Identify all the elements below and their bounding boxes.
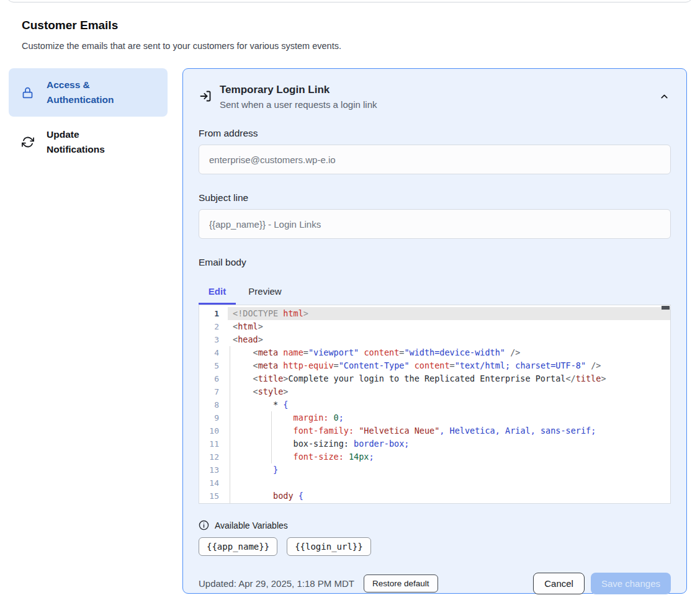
email-body-tabs: Edit Preview [199,282,671,303]
from-address-label: From address [199,128,671,139]
indent-guide [271,411,272,463]
line-number: 8 [199,398,228,411]
code-line-content: <html> [228,320,670,333]
email-settings-panel: Temporary Login Link Sent when a user re… [182,68,687,594]
page: Customer Emails Customize the emails tha… [0,0,700,608]
sidebar-item-access-authentication[interactable]: Access & Authentication [9,68,168,117]
code-line-content [228,476,670,490]
code-line-content: } [228,463,670,476]
panel-footer: Updated: Apr 29, 2025, 1:18 PM MDT Resto… [199,573,671,594]
editor-scrollbar-thumb[interactable] [662,306,670,310]
line-number: 14 [199,476,228,490]
code-line-content: <meta name="viewport" content="width=dev… [228,346,670,359]
code-line[interactable]: 15 body { [199,490,670,503]
line-number: 13 [199,463,228,476]
code-editor[interactable]: 1<!DOCTYPE html>2<html>3<head>4 <meta na… [199,305,671,504]
code-line[interactable]: 4 <meta name="viewport" content="width=d… [199,346,670,359]
page-subtitle: Customize the emails that are sent to yo… [22,41,341,51]
code-line[interactable]: 12 font-size: 14px; [199,450,670,463]
login-icon [199,90,212,110]
line-number: 1 [199,307,228,320]
subject-line-input[interactable] [199,209,671,239]
variable-chip-login-url[interactable]: {{login_url}} [287,537,371,556]
code-line-content: <style> [228,385,670,398]
code-line[interactable]: 10 font-family: "Helvetica Neue", Helvet… [199,424,670,437]
code-editor-lines: 1<!DOCTYPE html>2<html>3<head>4 <meta na… [199,307,670,504]
line-number: 7 [199,385,228,398]
code-line[interactable]: 14 [199,476,670,490]
variable-chips: {{app_name}} {{login_url}} [199,537,671,556]
available-variables-label: Available Variables [215,521,288,530]
line-number: 16 [199,503,228,504]
line-number: 3 [199,333,228,346]
code-line[interactable]: 16 background-color: #f6f9fc; [199,503,670,504]
code-line-content: <title>Complete your login to the Replic… [228,372,670,385]
line-number: 10 [199,424,228,437]
line-number: 2 [199,320,228,333]
available-variables-row: Available Variables [199,520,671,530]
code-line-content: font-family: "Helvetica Neue", Helvetica… [228,424,670,437]
code-line[interactable]: 8 * { [199,398,670,411]
code-line[interactable]: 6 <title>Complete your login to the Repl… [199,372,670,385]
panel-title: Temporary Login Link [220,84,377,96]
sidebar-item-update-notifications[interactable]: Update Notifications [9,127,168,157]
code-line-content: margin: 0; [228,411,670,424]
code-line[interactable]: 5 <meta http-equiv="Content-Type" conten… [199,359,670,372]
tab-preview[interactable]: Preview [241,282,289,303]
code-line-content: background-color: #f6f9fc; [228,503,670,504]
from-address-input[interactable] [199,145,671,174]
code-line[interactable]: 1<!DOCTYPE html> [199,307,670,320]
line-number: 9 [199,411,228,424]
code-line-content: <!DOCTYPE html> [228,307,670,320]
sidebar-item-label: Access & Authentication [47,78,140,107]
panel-header-text: Temporary Login Link Sent when a user re… [220,84,377,110]
lock-icon [9,86,47,99]
code-line[interactable]: 13 } [199,463,670,476]
chevron-up-icon [659,91,670,102]
line-number: 11 [199,437,228,450]
code-line-content: <meta http-equiv="Content-Type" content=… [228,359,670,372]
footer-actions: Cancel Save changes [533,573,671,594]
save-changes-button[interactable]: Save changes [591,573,671,594]
line-number: 5 [199,359,228,372]
code-line[interactable]: 2<html> [199,320,670,333]
cancel-button[interactable]: Cancel [533,573,585,594]
line-number: 4 [199,346,228,359]
code-line[interactable]: 9 margin: 0; [199,411,670,424]
collapse-panel-button[interactable] [659,91,670,102]
code-line[interactable]: 7 <style> [199,385,670,398]
refresh-icon [9,136,47,148]
info-icon [199,520,209,530]
code-line[interactable]: 3<head> [199,333,670,346]
code-line[interactable]: 11 box-sizing: border-box; [199,437,670,450]
panel-subtitle: Sent when a user requests a login link [220,99,377,110]
tab-edit[interactable]: Edit [199,282,236,303]
code-line-content: font-size: 14px; [228,450,670,463]
updated-timestamp: Updated: Apr 29, 2025, 1:18 PM MDT [199,578,354,589]
page-title: Customer Emails [22,19,118,32]
code-line-content: * { [228,398,670,411]
code-line-content: <head> [228,333,670,346]
line-number: 15 [199,490,228,503]
code-line-content: box-sizing: border-box; [228,437,670,450]
panel-header: Temporary Login Link Sent when a user re… [199,84,671,110]
indent-guide [230,346,230,503]
restore-default-button[interactable]: Restore default [364,574,438,592]
code-line-content: body { [228,490,670,503]
line-number: 6 [199,372,228,385]
variable-chip-app-name[interactable]: {{app_name}} [199,537,277,556]
email-body-label: Email body [199,257,671,268]
previous-card-edge [6,0,693,2]
subject-line-label: Subject line [199,192,671,203]
sidebar: Access & Authentication Update Notificat… [9,68,168,157]
line-number: 12 [199,450,228,463]
sidebar-item-label: Update Notifications [47,127,140,157]
